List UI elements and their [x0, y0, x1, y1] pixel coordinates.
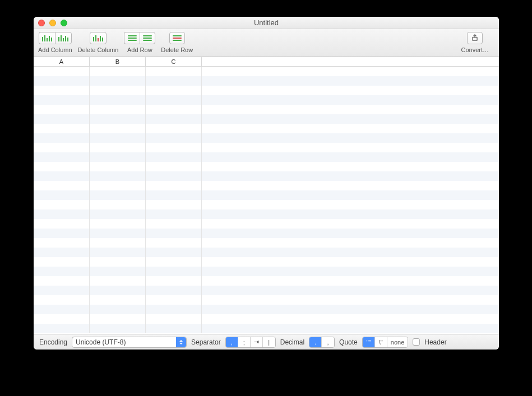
table-row[interactable] — [34, 171, 499, 181]
cell[interactable] — [90, 152, 146, 162]
quote-option[interactable]: "" — [363, 337, 375, 347]
add-column-before-button[interactable] — [39, 32, 55, 44]
cell[interactable] — [146, 67, 202, 76]
cell[interactable] — [90, 209, 146, 219]
table-row[interactable] — [34, 124, 499, 133]
cell[interactable] — [34, 248, 90, 257]
cell[interactable] — [90, 162, 146, 171]
column-header[interactable]: C — [146, 57, 202, 66]
encoding-select[interactable]: Unicode (UTF-8) — [72, 337, 187, 348]
table-row[interactable] — [34, 286, 499, 295]
cell[interactable] — [146, 248, 202, 257]
cell[interactable] — [34, 162, 90, 171]
table-row[interactable] — [34, 257, 499, 267]
cell[interactable] — [90, 305, 146, 314]
cell[interactable] — [146, 295, 202, 305]
cell[interactable] — [34, 76, 90, 86]
cell[interactable] — [146, 305, 202, 314]
cell[interactable] — [146, 86, 202, 95]
table-row[interactable] — [34, 67, 499, 76]
zoom-window-button[interactable] — [61, 20, 67, 26]
cell[interactable] — [146, 200, 202, 209]
convert-button[interactable] — [467, 32, 483, 44]
cell[interactable] — [90, 114, 146, 124]
table-row[interactable] — [34, 95, 499, 105]
table-row[interactable] — [34, 295, 499, 305]
delete-row-button[interactable] — [169, 32, 185, 44]
cell[interactable] — [90, 219, 146, 229]
table-row[interactable] — [34, 190, 499, 200]
table-row[interactable] — [34, 219, 499, 229]
cell[interactable] — [146, 209, 202, 219]
table-row[interactable] — [34, 276, 499, 286]
table-row[interactable] — [34, 267, 499, 276]
cell[interactable] — [146, 267, 202, 276]
quote-option[interactable]: \" — [375, 337, 387, 347]
cell[interactable] — [34, 86, 90, 95]
cell[interactable] — [146, 95, 202, 105]
cell[interactable] — [90, 124, 146, 133]
table-row[interactable] — [34, 314, 499, 324]
cell[interactable] — [90, 295, 146, 305]
grid-rows[interactable] — [34, 67, 499, 334]
cell[interactable] — [146, 257, 202, 267]
cell[interactable] — [34, 190, 90, 200]
separator-option[interactable]: , — [226, 337, 238, 347]
close-window-button[interactable] — [38, 20, 45, 26]
cell[interactable] — [90, 171, 146, 181]
table-row[interactable] — [34, 229, 499, 238]
cell[interactable] — [90, 105, 146, 114]
cell[interactable] — [90, 257, 146, 267]
table-row[interactable] — [34, 143, 499, 152]
cell[interactable] — [90, 314, 146, 324]
cell[interactable] — [34, 314, 90, 324]
table-row[interactable] — [34, 105, 499, 114]
cell[interactable] — [34, 229, 90, 238]
cell[interactable] — [90, 267, 146, 276]
minimize-window-button[interactable] — [49, 20, 56, 26]
cell[interactable] — [90, 190, 146, 200]
cell[interactable] — [146, 314, 202, 324]
add-row-above-button[interactable] — [124, 32, 140, 44]
cell[interactable] — [146, 181, 202, 190]
cell[interactable] — [90, 86, 146, 95]
separator-option[interactable]: ; — [238, 337, 251, 347]
quote-option[interactable]: none — [387, 337, 408, 347]
table-row[interactable] — [34, 238, 499, 248]
decimal-option[interactable]: , — [322, 337, 334, 347]
cell[interactable] — [146, 286, 202, 295]
cell[interactable] — [34, 295, 90, 305]
add-column-after-button[interactable] — [55, 32, 72, 44]
cell[interactable] — [34, 95, 90, 105]
cell[interactable] — [34, 143, 90, 152]
cell[interactable] — [34, 133, 90, 143]
table-row[interactable] — [34, 86, 499, 95]
table-row[interactable] — [34, 152, 499, 162]
cell[interactable] — [90, 248, 146, 257]
table-row[interactable] — [34, 209, 499, 219]
cell[interactable] — [34, 152, 90, 162]
cell[interactable] — [90, 133, 146, 143]
cell[interactable] — [34, 105, 90, 114]
cell[interactable] — [34, 276, 90, 286]
cell[interactable] — [34, 200, 90, 209]
table-row[interactable] — [34, 181, 499, 190]
cell[interactable] — [34, 67, 90, 76]
table-row[interactable] — [34, 133, 499, 143]
table-row[interactable] — [34, 305, 499, 314]
delete-column-button[interactable] — [90, 32, 107, 44]
separator-option[interactable]: | — [263, 337, 275, 347]
cell[interactable] — [90, 200, 146, 209]
cell[interactable] — [90, 95, 146, 105]
cell[interactable] — [146, 229, 202, 238]
cell[interactable] — [146, 276, 202, 286]
header-checkbox[interactable] — [413, 338, 420, 346]
cell[interactable] — [146, 152, 202, 162]
cell[interactable] — [34, 238, 90, 248]
cell[interactable] — [34, 257, 90, 267]
cell[interactable] — [34, 324, 90, 333]
cell[interactable] — [90, 67, 146, 76]
cell[interactable] — [146, 219, 202, 229]
column-header[interactable]: A — [34, 57, 90, 66]
table-row[interactable] — [34, 324, 499, 333]
